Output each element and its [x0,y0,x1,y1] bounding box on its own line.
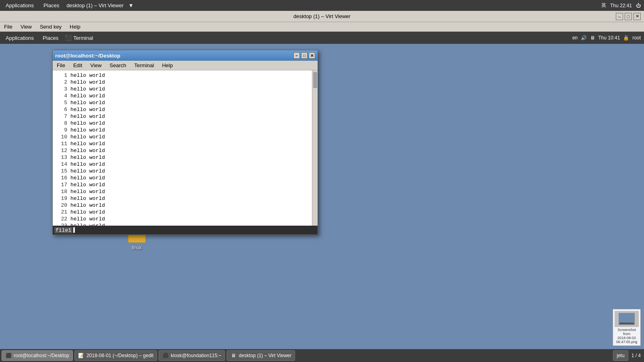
taskbar-kiosk-icon: ⬛ [162,352,169,359]
terminal-line: 22hello world [56,216,310,222]
virt-menu-sendkey[interactable]: Send key [38,23,63,31]
guest-lock-icon: 🔒 [623,35,629,41]
svg-rect-24 [619,323,634,324]
guest-applications-menu[interactable]: Applications [3,34,36,42]
terminal-scrollbar[interactable] [312,70,318,226]
taskbar-gedit-label: 2018-08-01 (~/Desktop) – gedit [87,353,153,358]
terminal-line: 12hello world [56,147,310,154]
guest-panel: Applications Places ⬛ Terminal en 🔊 🖥 Th… [0,32,644,44]
terminal-cursor: ▌ [73,227,76,233]
terminal-menu-view[interactable]: View [89,62,103,69]
terminal-line: 14hello world [56,161,310,168]
terminal-line: 23hello world [56,222,310,226]
screenshot-label-3: 06:47:05.png [615,340,639,344]
taskbar-kiosk-label: kiosk@foundation115:~ [171,353,221,358]
places-menu[interactable]: Places [41,2,62,9]
terminal-menu-file[interactable]: File [55,62,67,69]
terminal-line: 9hello world [56,127,310,134]
terminal-line: 15hello world [56,168,310,175]
terminal-line: 21hello world [56,209,310,216]
screenshot-label-1: Screenshot from [615,328,639,336]
terminal-line: 8hello world [56,120,310,127]
applications-menu[interactable]: Applications [3,2,36,9]
guest-places-menu[interactable]: Places [40,34,61,42]
terminal-line: 17hello world [56,181,310,188]
terminal-prompt-bar[interactable]: file1 ▌ [53,226,318,234]
active-window-label: desktop (1) – Virt Viewer [66,2,124,8]
taskbar-item-terminal[interactable]: ⬛ root@localhost:~/Desktop [2,350,73,361]
guest-terminal-tab[interactable]: ⬛ Terminal [65,35,93,41]
virt-menu-help[interactable]: Help [68,23,82,31]
taskbar-virtviewer-label: desktop (1) – Virt Viewer [239,353,291,358]
terminal-line: 16hello world [56,175,310,181]
virt-viewer-menubar: File View Send key Help [0,22,644,32]
virt-menu-view[interactable]: View [19,23,33,31]
terminal-minimize[interactable]: – [293,52,300,59]
taskbar-jetu-label: jetu [617,353,624,358]
minimize-button[interactable]: – [616,13,623,20]
guest-display-icon: 🖥 [590,35,595,41]
clock: Thu 22:41 [610,3,632,8]
taskbar-terminal-icon: ⬛ [5,352,12,359]
terminal-title-controls: – □ ✕ [293,52,315,59]
terminal-line: 6hello world [56,106,310,113]
taskbar-item-gedit[interactable]: 📝 2018-08-01 (~/Desktop) – gedit [74,350,157,361]
system-bar-left: Applications Places desktop (1) – Virt V… [3,2,134,9]
terminal-menu-edit[interactable]: Edit [72,62,84,69]
terminal-menu-help[interactable]: Help [161,62,175,69]
terminal-menu-terminal[interactable]: Terminal [133,62,156,69]
terminal-line: 1hello world [56,72,310,79]
guest-clock: Thu 10:41 [598,35,620,41]
guest-lang: en [572,35,578,41]
terminal-scrollbar-thumb [313,72,317,88]
svg-rect-23 [619,314,634,323]
taskbar-right: jetu 1 / 4 [613,350,642,361]
taskbar-item-virtviewer[interactable]: 🖥 desktop (1) – Virt Viewer [227,350,295,361]
terminal-line: 19hello world [56,195,310,202]
taskbar-gedit-icon: 📝 [78,352,85,359]
virt-viewer-controls: – □ ✕ [616,13,641,20]
power-icon[interactable]: ⏻ [636,3,641,8]
terminal-maximize[interactable]: □ [301,52,308,59]
maximize-button[interactable]: □ [625,13,632,20]
language-indicator: 英 [601,2,606,9]
window-arrow-icon[interactable]: ▼ [128,2,134,8]
terminal-tab-icon: ⬛ [65,35,72,41]
guest-user: root [632,35,641,41]
terminal-menu-search[interactable]: Search [108,62,128,69]
terminal-line: 2hello world [56,79,310,86]
guest-taskbar: ⬛ root@localhost:~/Desktop 📝 2018-08-01 … [0,349,644,362]
virt-viewer-title: desktop (1) – Virt Viewer [293,13,351,19]
taskbar-item-jetu[interactable]: jetu [613,350,628,361]
terminal-line: 10hello world [56,134,310,140]
terminal-tab-label: Terminal [73,35,93,41]
terminal-window: root@localhost:~/Desktop – □ ✕ File Edit… [52,50,318,235]
terminal-line: 20hello world [56,202,310,209]
close-button[interactable]: ✕ [634,13,641,20]
virt-viewer-titlebar: desktop (1) – Virt Viewer – □ ✕ [0,11,644,22]
terminal-prompt-text: file1 [54,227,72,233]
system-bar: Applications Places desktop (1) – Virt V… [0,0,644,11]
terminal-line: 4hello world [56,93,310,99]
terminal-titlebar: root@localhost:~/Desktop – □ ✕ [53,50,318,61]
terminal-line: 13hello world [56,154,310,161]
guest-audio-icon: 🔊 [581,35,587,41]
terminal-lines: 1hello world2hello world3hello world4hel… [53,70,312,226]
terminal-line: 11hello world [56,140,310,147]
guest-panel-left: Applications Places ⬛ Terminal [3,34,93,42]
taskbar-virtviewer-icon: 🖥 [230,352,237,359]
system-bar-right: 英 Thu 22:41 ⏻ [601,2,641,9]
terminal-content: 1hello world2hello world3hello world4hel… [53,70,318,226]
terminal-line: 18hello world [56,188,310,195]
terminal-line: 3hello world [56,86,310,93]
linux-icon-label: linux [132,245,142,251]
terminal-menubar: File Edit View Search Terminal Help [53,61,318,70]
terminal-title: root@localhost:~/Desktop [55,53,120,59]
page-indicator: 1 / 4 [632,353,641,358]
taskbar-terminal-label: root@localhost:~/Desktop [14,353,69,358]
terminal-line: 5hello world [56,99,310,106]
virt-menu-file[interactable]: File [2,23,14,31]
terminal-close[interactable]: ✕ [309,52,315,59]
screenshot-thumbnail: Screenshot from 2018-08-02 06:47:05.png [613,309,641,346]
taskbar-item-kiosk[interactable]: ⬛ kiosk@foundation115:~ [159,350,225,361]
